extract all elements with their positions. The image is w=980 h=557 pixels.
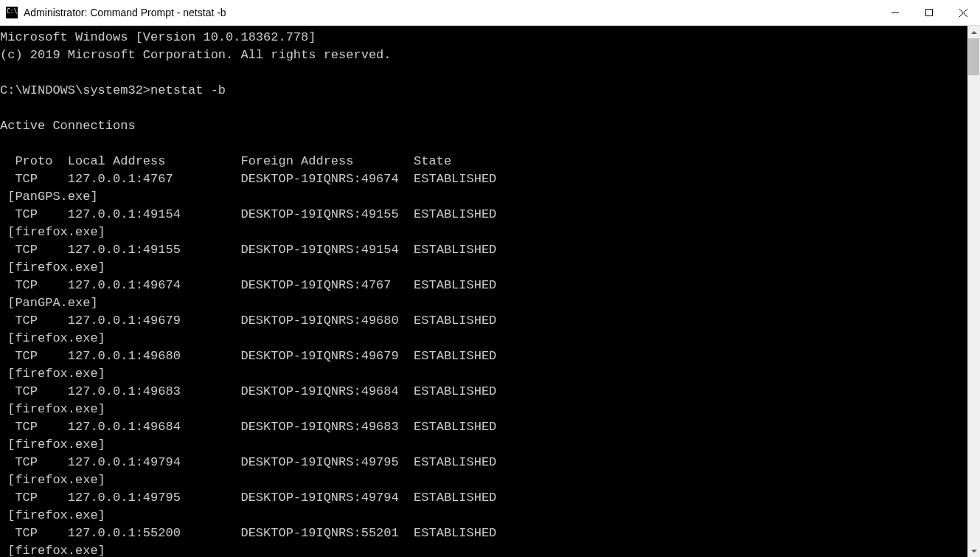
maximize-button[interactable] xyxy=(912,0,946,25)
close-button[interactable] xyxy=(946,0,980,25)
svg-marker-4 xyxy=(971,31,977,34)
window: Administrator: Command Prompt - netstat … xyxy=(0,0,980,557)
cmd-icon xyxy=(6,7,18,18)
svg-marker-5 xyxy=(971,550,977,553)
window-title: Administrator: Command Prompt - netstat … xyxy=(24,7,878,18)
scrollbar-thumb[interactable] xyxy=(968,38,979,75)
scrollbar-track[interactable] xyxy=(967,38,980,544)
terminal-output[interactable]: Microsoft Windows [Version 10.0.18362.77… xyxy=(0,26,967,557)
minimize-button[interactable] xyxy=(878,0,912,25)
titlebar[interactable]: Administrator: Command Prompt - netstat … xyxy=(0,0,980,26)
client-area: Microsoft Windows [Version 10.0.18362.77… xyxy=(0,26,980,557)
svg-rect-1 xyxy=(926,10,933,16)
scroll-up-button[interactable] xyxy=(967,26,980,38)
scroll-down-button[interactable] xyxy=(967,544,980,557)
window-controls xyxy=(878,0,980,25)
vertical-scrollbar[interactable] xyxy=(967,26,980,557)
